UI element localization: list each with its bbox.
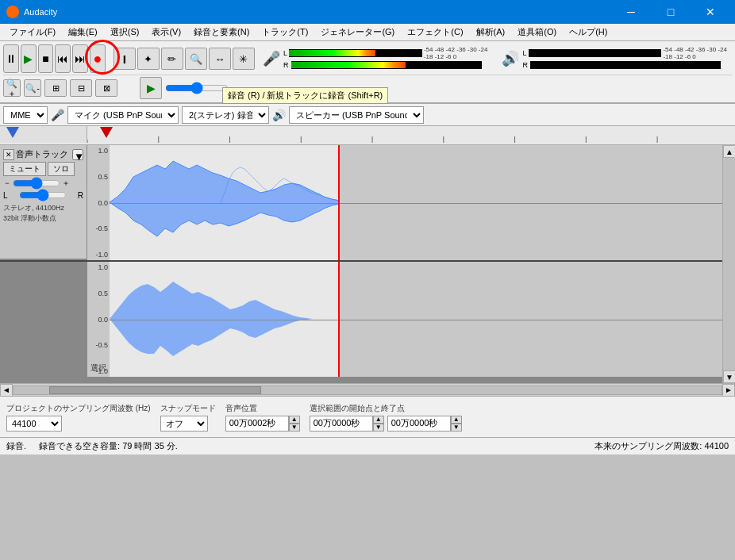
vu-out-l-bar (529, 49, 661, 57)
app-icon (6, 6, 19, 18)
vu-out-l-row: L -54 -48 -42 -36 -30 -24 -18 -12 -6 0 (522, 48, 732, 59)
title-bar: Audacity ─ □ ✕ (0, 0, 735, 24)
menu-view[interactable]: 表示(V) (145, 24, 187, 41)
sel-end-down[interactable]: ▼ (451, 424, 462, 432)
pan-left-label: L (3, 191, 8, 200)
pan-row: L R (3, 190, 83, 200)
track-1: ✕ 音声トラック ▼ ミュート ソロ － ＋ L R (0, 145, 722, 260)
h-scroll-track[interactable] (13, 385, 722, 395)
zoom-toggle-button[interactable]: ⊠ (95, 79, 117, 97)
vu-out-scale: -54 -48 -42 -36 -30 -24 -18 -12 -6 0 (663, 46, 732, 60)
title-text: Audacity (24, 7, 57, 17)
menu-generator[interactable]: ジェネレーター(G) (314, 24, 401, 41)
channels-select[interactable]: 2(ステレオ) 録音チ... (182, 106, 269, 124)
zoom-tool[interactable]: 🔍 (185, 48, 207, 70)
track-title-row: ✕ 音声トラック ▼ (3, 148, 83, 160)
audio-pos-down[interactable]: ▼ (289, 424, 300, 432)
pan-slider[interactable] (19, 190, 67, 200)
zoom-in-button[interactable]: 🔍+ (3, 79, 21, 97)
play-speed-button[interactable]: ▶ (140, 77, 162, 99)
track-btn-row: ミュート ソロ (3, 162, 83, 176)
menu-record[interactable]: 録音と要素(N) (187, 24, 256, 41)
menu-track[interactable]: トラック(T) (256, 24, 314, 41)
close-button[interactable]: ✕ (692, 0, 729, 24)
playhead-1 (338, 145, 340, 260)
multi-tool2[interactable]: ✳ (233, 48, 255, 70)
menu-edit[interactable]: 編集(E) (62, 24, 104, 41)
sample-rate-group: プロジェクトのサンプリング周波数 (Hz) 44100 (6, 403, 151, 432)
vu-r-row: R (283, 59, 493, 71)
track-close-button[interactable]: ✕ (3, 149, 14, 160)
params-bar: プロジェクトのサンプリング周波数 (Hz) 44100 スナップモード オフ 音… (0, 396, 735, 437)
pan-right-label: R (78, 191, 83, 200)
vu-out-r-row: R (522, 59, 732, 71)
track-1-waveform[interactable]: 1.0 0.5 0.0 -0.5 -1.0 (87, 145, 722, 260)
start-marker[interactable] (6, 127, 19, 138)
sample-rate-select[interactable]: 44100 (6, 416, 62, 432)
center-line-1 (110, 203, 722, 204)
speaker-device-icon: 🔊 (272, 109, 286, 121)
record-button[interactable]: ● (90, 44, 106, 73)
horizontal-scrollbar: ◄ ► (0, 383, 735, 396)
zoom-out-button[interactable]: 🔍- (24, 79, 41, 97)
scroll-up-button[interactable]: ▲ (723, 145, 735, 158)
select-tool[interactable]: I (114, 48, 136, 70)
vertical-scrollbar[interactable]: ▲ ▼ (722, 145, 735, 383)
track-2-waveform[interactable]: 1.0 0.5 0.0 -0.5 -1.0 (87, 262, 722, 377)
draw-tool[interactable]: ✏ (161, 48, 183, 70)
gain-slider[interactable] (13, 178, 60, 188)
host-select[interactable]: MME (3, 106, 48, 124)
audio-pos-up[interactable]: ▲ (289, 416, 300, 424)
menu-tools[interactable]: 道具箱(O) (511, 24, 563, 41)
scale-labels-2: 1.0 0.5 0.0 -0.5 -1.0 (87, 262, 110, 377)
playback-speed-slider[interactable] (165, 82, 229, 94)
skip-start-button[interactable]: ⏮ (55, 44, 71, 73)
vu-out-meters: L -54 -48 -42 -36 -30 -24 -18 -12 -6 0 R (522, 48, 732, 71)
menu-help[interactable]: ヘルプ(H) (563, 24, 614, 41)
scroll-down-button[interactable]: ▼ (723, 370, 735, 383)
status-left: 録音. (6, 440, 26, 452)
mic-select[interactable]: マイク (USB PnP Sound Devic... (67, 106, 179, 124)
stop-button[interactable]: ■ (38, 44, 54, 73)
audio-pos-value: 00万0002秒 (225, 416, 289, 432)
vu-out-r-label: R (522, 61, 529, 69)
svg-marker-9 (110, 161, 338, 236)
toolbar-area: ⏸ ▶ ■ ⏮ ⏭ ● I ✦ ✏ 🔍 ↔ ✳ 🎤 L (0, 41, 735, 104)
pause-button[interactable]: ⏸ (3, 44, 19, 73)
menu-file[interactable]: ファイル(F) (3, 24, 62, 41)
scroll-right-button[interactable]: ► (722, 384, 735, 397)
vu-out-r-bar (530, 61, 721, 69)
sel-start-up[interactable]: ▲ (373, 416, 384, 424)
minimize-button[interactable]: ─ (613, 0, 649, 24)
menu-bar: ファイル(F) 編集(E) 選択(S) 表示(V) 録音と要素(N) トラック(… (0, 24, 735, 41)
skip-end-button[interactable]: ⏭ (72, 44, 88, 73)
play-button[interactable]: ▶ (21, 44, 37, 73)
track-select-label[interactable]: 選択 (90, 362, 106, 374)
gain-minus: － (3, 178, 11, 189)
mute-button[interactable]: ミュート (3, 162, 46, 176)
scroll-left-button[interactable]: ◄ (0, 384, 13, 397)
scroll-thumb[interactable] (723, 158, 735, 370)
fit-project-button[interactable]: ⊟ (70, 79, 92, 97)
menu-select[interactable]: 選択(S) (104, 24, 146, 41)
move-tool[interactable]: ↔ (209, 48, 231, 70)
fit-selection-button[interactable]: ⊞ (44, 79, 67, 97)
menu-analyze[interactable]: 解析(A) (470, 24, 512, 41)
sel-end-up[interactable]: ▲ (451, 416, 462, 424)
track-menu-button[interactable]: ▼ (72, 149, 83, 160)
selection-label: 選択範囲の開始点と終了点 (310, 403, 462, 414)
sel-start-down[interactable]: ▼ (373, 424, 384, 432)
track-info: ステレオ, 44100Hz32bit 浮動小数点 (3, 203, 83, 224)
maximize-button[interactable]: □ (652, 0, 689, 24)
multi-tool[interactable]: ✦ (137, 48, 160, 70)
speaker-select[interactable]: スピーカー (USB PnP Sound D... (289, 106, 424, 124)
solo-button[interactable]: ソロ (48, 162, 75, 176)
device-bar: MME 🎤 マイク (USB PnP Sound Devic... 2(ステレオ… (0, 104, 735, 126)
menu-effect[interactable]: エフェクト(C) (401, 24, 469, 41)
snap-mode-group: スナップモード オフ (160, 403, 216, 432)
audio-pos-label: 音声位置 (225, 403, 300, 414)
h-scroll-thumb[interactable] (49, 386, 262, 394)
snap-mode-select[interactable]: オフ (160, 416, 208, 432)
vu-l-label: L (283, 49, 288, 57)
track-name: 音声トラック (16, 148, 71, 160)
